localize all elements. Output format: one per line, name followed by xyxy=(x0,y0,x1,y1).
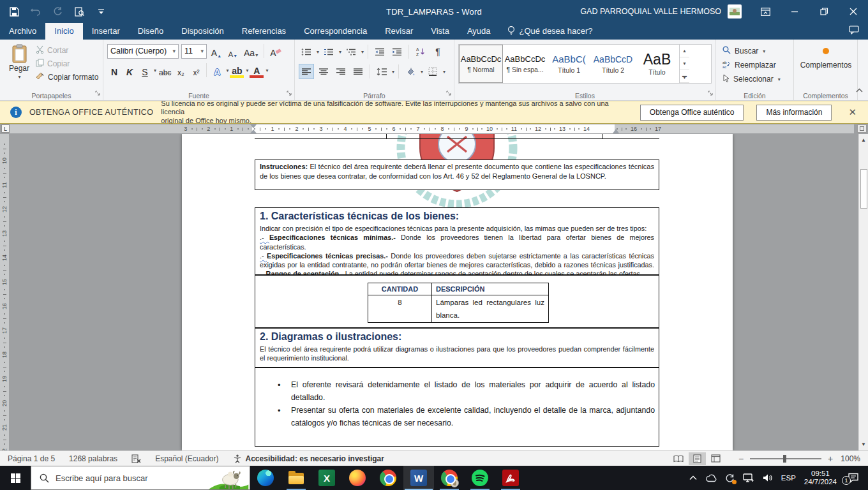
print-preview-icon[interactable] xyxy=(73,5,86,18)
replace-button[interactable]: abacReemplazar xyxy=(722,60,789,70)
line-spacing-button[interactable] xyxy=(374,64,389,79)
clock[interactable]: 09:51 24/7/2024 xyxy=(804,470,837,486)
scroll-up-icon[interactable]: ▲ xyxy=(860,135,867,145)
chevron-down-icon[interactable]: ▾ xyxy=(339,49,341,55)
zoom-level[interactable]: 100% xyxy=(841,454,860,463)
language-indicator[interactable]: Español (Ecuador) xyxy=(155,454,218,463)
align-right-button[interactable] xyxy=(333,64,348,79)
save-icon[interactable] xyxy=(8,5,20,18)
bullet-list-box[interactable]: El oferente revisará detenidamente el li… xyxy=(255,368,659,447)
scrollbar-thumb[interactable] xyxy=(860,169,867,209)
language-tray[interactable]: ESP xyxy=(781,474,796,482)
tab-stop-selector[interactable]: L xyxy=(1,124,10,133)
addins-button[interactable]: Complementos xyxy=(797,42,855,70)
justify-button[interactable] xyxy=(350,64,366,79)
action-center-icon[interactable]: 1 xyxy=(848,473,859,483)
onedrive-icon[interactable] xyxy=(705,474,717,482)
shrink-font-button[interactable]: A▼ xyxy=(226,43,240,59)
chevron-down-icon[interactable]: ▾ xyxy=(317,49,319,55)
font-family-select[interactable]: Calibri (Cuerpo)▾ xyxy=(107,44,179,59)
tab-revisar[interactable]: Revisar xyxy=(376,23,422,40)
dialog-launcher-icon[interactable] xyxy=(708,87,714,99)
borders-button[interactable] xyxy=(425,64,440,79)
section-1-box[interactable]: 1. Características técnicas de los biene… xyxy=(255,207,659,275)
tab-inicio[interactable]: Inicio xyxy=(45,23,82,40)
taskbar-edge[interactable] xyxy=(250,466,281,490)
account-name[interactable]: GAD PARROQUIAL VALLE HERMOSO xyxy=(580,7,721,16)
find-button[interactable]: Buscar▾ xyxy=(722,46,789,56)
chevron-down-icon[interactable]: ▾ xyxy=(154,68,156,73)
align-left-button[interactable] xyxy=(299,64,314,79)
dialog-launcher-icon[interactable] xyxy=(95,87,101,99)
zoom-out-icon[interactable]: − xyxy=(738,454,744,464)
document-page[interactable]: Instrucciones: El técnico del área requi… xyxy=(182,134,733,450)
tell-me-box[interactable]: ¿Qué desea hacer? xyxy=(500,22,601,40)
hanging-indent-marker[interactable] xyxy=(250,130,257,133)
taskbar-chrome-profile[interactable] xyxy=(434,466,465,490)
collapse-ribbon-icon[interactable] xyxy=(856,84,863,95)
section-2-box[interactable]: 2. Diagramas o ilustraciones: El técnico… xyxy=(255,328,659,368)
bold-button[interactable]: N xyxy=(107,63,121,78)
gallery-more-icon[interactable]: ▬▼ xyxy=(680,70,689,83)
print-layout-button[interactable] xyxy=(689,452,706,465)
paste-button[interactable]: Pegar▾ xyxy=(3,42,36,90)
start-button[interactable] xyxy=(0,466,31,490)
tab-archivo[interactable]: Archivo xyxy=(0,23,45,40)
taskbar-excel[interactable]: X xyxy=(311,466,342,490)
decrease-indent-button[interactable] xyxy=(372,44,387,59)
redo-icon[interactable] xyxy=(51,5,64,18)
style-sin-espaciado[interactable]: AaBbCcDc¶ Sin espa... xyxy=(503,45,547,83)
more-info-button[interactable]: Más información xyxy=(756,105,832,121)
undo-icon[interactable] xyxy=(29,5,42,18)
gallery-down-icon[interactable]: ▼ xyxy=(680,57,689,70)
feedback-icon[interactable] xyxy=(849,26,859,37)
grow-font-button[interactable]: A▲ xyxy=(209,43,223,59)
taskbar-firefox[interactable] xyxy=(342,466,373,490)
tab-correspondencia[interactable]: Correspondencia xyxy=(295,23,376,40)
chevron-down-icon[interactable]: ▾ xyxy=(246,68,248,73)
chevron-down-icon[interactable]: ▾ xyxy=(392,69,394,75)
ruler-toggle-icon[interactable] xyxy=(857,124,867,133)
tab-referencias[interactable]: Referencias xyxy=(233,23,295,40)
clear-formatting-button[interactable]: A xyxy=(269,43,283,59)
chevron-down-icon[interactable]: ▾ xyxy=(421,69,423,75)
search-input[interactable] xyxy=(56,473,190,483)
avatar[interactable] xyxy=(728,4,742,19)
vertical-ruler[interactable]: 10111213141516171819202122 xyxy=(0,134,9,450)
italic-button[interactable]: K xyxy=(123,63,137,78)
page-indicator[interactable]: Página 1 de 5 xyxy=(8,454,55,463)
ribbon-display-options-icon[interactable] xyxy=(751,0,780,23)
zoom-slider[interactable] xyxy=(750,458,821,459)
superscript-button[interactable]: x² xyxy=(189,63,203,78)
get-office-button[interactable]: Obtenga Office auténtico xyxy=(640,105,744,121)
change-case-button[interactable]: Aa▾ xyxy=(243,43,259,59)
style-titulo-1[interactable]: AaBbC(Título 1 xyxy=(547,45,591,83)
taskbar-explorer[interactable] xyxy=(281,466,311,490)
style-titulo-2[interactable]: AaBbCcDTítulo 2 xyxy=(591,45,635,83)
chevron-down-icon[interactable]: ▾ xyxy=(266,68,268,73)
chevron-down-icon[interactable]: ▾ xyxy=(361,49,364,55)
volume-icon[interactable] xyxy=(763,473,773,482)
restore-button[interactable] xyxy=(809,0,839,23)
web-layout-button[interactable] xyxy=(707,452,724,465)
tray-chevron-up-icon[interactable] xyxy=(689,475,697,480)
style-normal[interactable]: AaBbCcDc¶ Normal xyxy=(459,45,503,83)
update-icon[interactable] xyxy=(725,473,735,483)
close-button[interactable] xyxy=(839,0,868,23)
scroll-down-icon[interactable]: ▼ xyxy=(860,440,867,449)
sort-button[interactable]: AZ xyxy=(413,44,428,59)
chevron-down-icon[interactable]: ▾ xyxy=(226,68,228,73)
dialog-launcher-icon[interactable] xyxy=(287,87,292,99)
pilcrow-button[interactable]: ¶ xyxy=(430,44,445,59)
zoom-in-icon[interactable]: + xyxy=(828,454,833,464)
copy-button[interactable]: Copiar xyxy=(36,59,98,69)
text-effects-button[interactable]: A xyxy=(210,63,224,78)
taskbar-chrome[interactable] xyxy=(373,466,403,490)
bullet-list-button[interactable] xyxy=(299,44,314,59)
multilevel-list-button[interactable] xyxy=(343,44,359,59)
underline-button[interactable]: S xyxy=(138,63,152,78)
style-titulo[interactable]: AaBTítulo xyxy=(635,45,679,83)
increase-indent-button[interactable] xyxy=(389,44,405,59)
taskbar-adobe[interactable] xyxy=(495,466,526,490)
banner-close-icon[interactable]: ✕ xyxy=(843,107,862,118)
